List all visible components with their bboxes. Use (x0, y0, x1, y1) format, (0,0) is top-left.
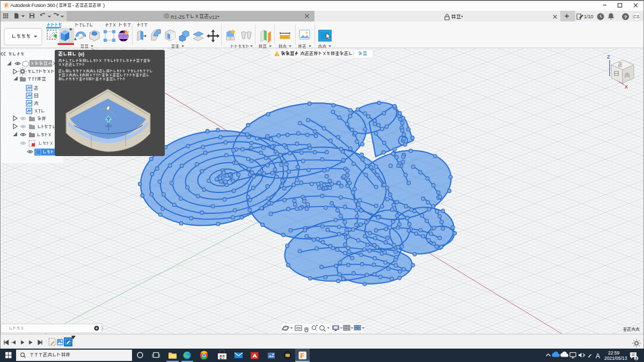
svg-text:Z: Z (607, 54, 610, 60)
svg-text:F: F (5, 2, 8, 8)
svg-text:R1-Z5: R1-Z5 (171, 14, 185, 20)
svg-text:-: - (72, 2, 74, 8)
svg-text:?: ? (624, 14, 627, 20)
svg-text:v12*: v12* (209, 14, 219, 20)
svg-text:1000: 1000 (105, 124, 112, 128)
svg-text:F: F (301, 352, 304, 360)
svg-text:CS: CS (633, 14, 640, 19)
svg-text:*: * (461, 14, 463, 20)
svg-text:A: A (596, 352, 600, 360)
svg-text:): ) (103, 2, 105, 8)
svg-text:2021/05/13: 2021/05/13 (604, 356, 627, 361)
svg-text:(e): (e) (78, 51, 84, 57)
svg-text:22:59: 22:59 (608, 350, 620, 356)
svg-text:Autodesk Fusion 360 (: Autodesk Fusion 360 ( (10, 2, 58, 8)
svg-text:!: ! (276, 53, 277, 56)
svg-text:2: 2 (635, 357, 638, 360)
svg-text:X: X (625, 84, 628, 90)
svg-text:1/10: 1/10 (584, 14, 594, 19)
